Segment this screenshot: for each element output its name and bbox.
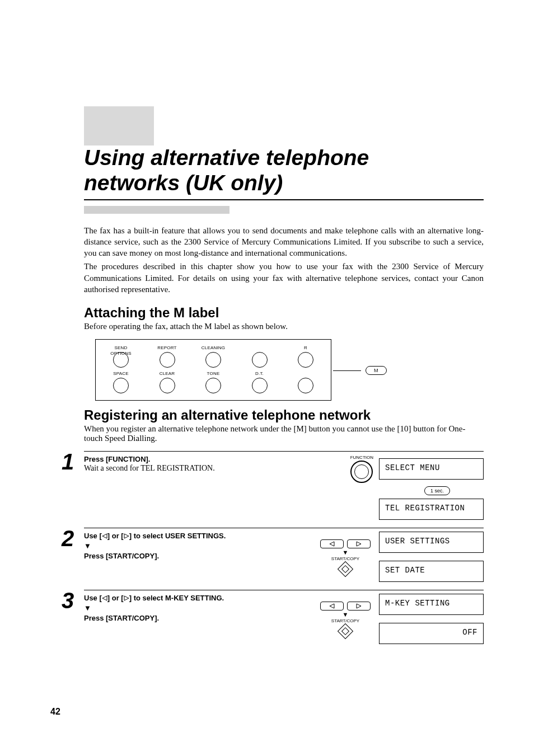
btn-label (288, 371, 323, 377)
lcd-display: USER SETTINGS (379, 532, 484, 553)
steps: 1 Press [FUNCTION]. Wait a second for TE… (62, 451, 484, 644)
btn-label: D.T. (242, 371, 277, 377)
function-button-icon: FUNCTION (350, 455, 373, 483)
round-button (298, 352, 313, 368)
page-title: Using alternative telephone networks (UK… (84, 145, 484, 196)
step-number: 3 (62, 590, 84, 610)
svg-marker-6 (330, 604, 334, 608)
right-arrow-key-icon (347, 602, 371, 611)
round-button (160, 352, 175, 368)
start-copy-label: START/COPY (317, 618, 373, 623)
button-panel-figure: SEND OPTIONS REPORT CLEANING R SPACE CLE… (95, 339, 484, 401)
round-button (298, 378, 313, 393)
down-continuation-icon: ▼ (84, 604, 311, 613)
step-3: 3 Use [] or [] to select M-KEY SETTING. … (62, 590, 484, 644)
nav-block: ▼ START/COPY (317, 539, 373, 575)
heading-register: Registering an alternative telephone net… (84, 407, 484, 423)
step-1: 1 Press [FUNCTION]. Wait a second for TE… (62, 451, 484, 520)
round-button (252, 378, 268, 393)
round-button (160, 378, 175, 393)
step2-line2: Press [START/COPY]. (84, 552, 159, 560)
function-label: FUNCTION (350, 455, 373, 460)
right-triangle-icon (124, 533, 129, 539)
round-button (113, 378, 129, 393)
left-triangle-icon (102, 533, 107, 539)
title-line-2: networks (UK only) (84, 171, 283, 195)
start-copy-icon (338, 623, 353, 639)
lcd-display: TEL REGISTRATION (379, 499, 484, 520)
page-number: 42 (50, 707, 60, 717)
down-continuation-icon: ▼ (84, 542, 311, 551)
right-arrow-key-icon (347, 539, 371, 548)
step2-line1: Use [] or [] to select USER SETTINGS. (84, 532, 226, 540)
delay-pill: 1 sec. (424, 486, 450, 495)
lcd-display: M-KEY SETTING (379, 594, 484, 615)
attach-subtext: Before operating the fax, attach the M l… (84, 322, 484, 331)
svg-marker-7 (357, 604, 361, 608)
intro-paragraph-2: The procedures described in this chapter… (84, 261, 484, 295)
svg-marker-2 (330, 542, 334, 546)
left-arrow-key-icon (320, 539, 344, 548)
function-round-icon (350, 461, 373, 483)
btn-label: CLEANING (196, 345, 231, 351)
btn-label: R (288, 345, 323, 351)
heading-attach: Attaching the M label (84, 305, 484, 321)
panel-row-1: SEND OPTIONS REPORT CLEANING R (101, 345, 325, 371)
m-label-leader: M (333, 365, 387, 375)
start-copy-icon (338, 561, 353, 577)
left-arrow-key-icon (320, 602, 344, 611)
svg-marker-1 (124, 534, 129, 538)
title-rule (84, 199, 484, 200)
svg-marker-0 (102, 534, 107, 538)
register-subtext: When you register an alternative telepho… (84, 424, 484, 443)
step1-bold: Press [FUNCTION]. (84, 455, 150, 463)
nav-block: ▼ START/COPY (317, 602, 373, 637)
lcd-display: SELECT MENU (379, 458, 484, 480)
step-number: 1 (62, 451, 84, 471)
step3-line1: Use [] or [] to select M-KEY SETTING. (84, 594, 224, 602)
btn-label: SEND OPTIONS (104, 345, 138, 351)
m-label-chip: M (366, 366, 387, 375)
svg-marker-5 (124, 596, 129, 600)
svg-marker-4 (102, 596, 107, 600)
round-button (205, 352, 221, 368)
start-copy-label: START/COPY (317, 556, 373, 561)
panel-row-2: SPACE CLEAR TONE D.T. (101, 371, 325, 397)
round-button (252, 352, 268, 368)
right-triangle-icon (124, 595, 129, 601)
step-2: 2 Use [] or [] to select USER SETTINGS. … (62, 528, 484, 582)
btn-label (242, 345, 277, 351)
lcd-display: SET DATE (379, 561, 484, 582)
title-line-1: Using alternative telephone (84, 145, 369, 170)
down-triangle-icon: ▼ (317, 550, 373, 556)
down-triangle-icon: ▼ (317, 612, 373, 618)
button-panel: SEND OPTIONS REPORT CLEANING R SPACE CLE… (95, 339, 331, 401)
btn-label: CLEAR (150, 371, 185, 377)
btn-label: SPACE (104, 371, 138, 377)
lcd-display: OFF (379, 623, 484, 644)
grey-bar (84, 206, 229, 214)
step-number: 2 (62, 528, 84, 548)
step1-plain: Wait a second for TEL REGISTRATION. (84, 464, 215, 472)
section-tab (84, 106, 154, 145)
btn-label: TONE (196, 371, 231, 377)
step3-line2: Press [START/COPY]. (84, 614, 159, 622)
svg-marker-3 (357, 542, 361, 546)
btn-label: REPORT (150, 345, 185, 351)
left-triangle-icon (102, 595, 107, 601)
round-button (205, 378, 221, 393)
intro-paragraph-1: The fax has a built-in feature that allo… (84, 225, 484, 259)
